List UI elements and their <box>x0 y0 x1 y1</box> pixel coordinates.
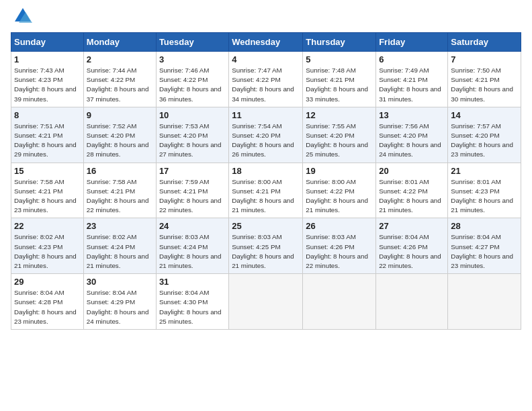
day-detail: Sunrise: 8:01 AMSunset: 4:22 PMDaylight:… <box>379 178 441 214</box>
day-detail: Sunrise: 7:48 AMSunset: 4:21 PMDaylight:… <box>306 66 368 103</box>
day-detail: Sunrise: 7:44 AMSunset: 4:22 PMDaylight:… <box>87 66 149 103</box>
col-header-tuesday: Tuesday <box>156 33 228 52</box>
calendar-week-4: 22 Sunrise: 8:02 AMSunset: 4:23 PMDaylig… <box>11 218 521 274</box>
calendar-cell: 10 Sunrise: 7:53 AMSunset: 4:20 PMDaylig… <box>156 107 228 163</box>
day-detail: Sunrise: 8:02 AMSunset: 4:24 PMDaylight:… <box>87 233 149 269</box>
calendar-table: SundayMondayTuesdayWednesdayThursdayFrid… <box>11 32 521 330</box>
day-detail: Sunrise: 8:00 AMSunset: 4:21 PMDaylight:… <box>232 178 294 214</box>
day-detail: Sunrise: 7:57 AMSunset: 4:20 PMDaylight:… <box>451 122 513 158</box>
col-header-thursday: Thursday <box>303 33 376 52</box>
day-number: 24 <box>159 221 226 231</box>
logo <box>11 9 32 28</box>
calendar-cell: 19 Sunrise: 8:00 AMSunset: 4:22 PMDaylig… <box>303 163 376 218</box>
calendar-cell: 11 Sunrise: 7:54 AMSunset: 4:20 PMDaylig… <box>229 107 303 163</box>
day-detail: Sunrise: 7:51 AMSunset: 4:21 PMDaylight:… <box>14 122 77 158</box>
day-number: 15 <box>14 166 81 176</box>
day-detail: Sunrise: 7:50 AMSunset: 4:21 PMDaylight:… <box>451 66 513 103</box>
day-number: 3 <box>159 54 226 64</box>
day-number: 23 <box>87 221 153 231</box>
col-header-monday: Monday <box>83 33 156 52</box>
day-number: 13 <box>379 110 445 120</box>
day-number: 4 <box>232 54 300 64</box>
calendar-cell: 2 Sunrise: 7:44 AMSunset: 4:22 PMDayligh… <box>83 52 156 107</box>
day-number: 28 <box>451 221 518 231</box>
calendar-cell: 7 Sunrise: 7:50 AMSunset: 4:21 PMDayligh… <box>448 52 521 107</box>
day-number: 19 <box>306 166 373 176</box>
calendar-cell: 8 Sunrise: 7:51 AMSunset: 4:21 PMDayligh… <box>11 107 84 163</box>
day-number: 8 <box>14 110 81 120</box>
day-detail: Sunrise: 8:01 AMSunset: 4:23 PMDaylight:… <box>451 178 513 214</box>
calendar-week-3: 15 Sunrise: 7:58 AMSunset: 4:21 PMDaylig… <box>11 163 521 218</box>
logo-icon <box>13 7 32 26</box>
calendar-cell: 4 Sunrise: 7:47 AMSunset: 4:22 PMDayligh… <box>229 52 303 107</box>
day-number: 2 <box>87 54 153 64</box>
calendar-cell: 31 Sunrise: 8:04 AMSunset: 4:30 PMDaylig… <box>156 274 228 330</box>
day-detail: Sunrise: 7:47 AMSunset: 4:22 PMDaylight:… <box>232 66 294 103</box>
day-number: 18 <box>232 166 300 176</box>
calendar-cell: 25 Sunrise: 8:03 AMSunset: 4:25 PMDaylig… <box>229 218 303 274</box>
calendar-cell: 21 Sunrise: 8:01 AMSunset: 4:23 PMDaylig… <box>448 163 521 218</box>
day-number: 7 <box>451 54 518 64</box>
calendar-cell: 13 Sunrise: 7:56 AMSunset: 4:20 PMDaylig… <box>376 107 448 163</box>
day-number: 10 <box>159 110 226 120</box>
calendar-cell <box>303 274 376 330</box>
day-detail: Sunrise: 8:00 AMSunset: 4:22 PMDaylight:… <box>306 178 368 214</box>
day-detail: Sunrise: 7:52 AMSunset: 4:20 PMDaylight:… <box>87 122 149 158</box>
calendar-cell: 22 Sunrise: 8:02 AMSunset: 4:23 PMDaylig… <box>11 218 84 274</box>
calendar-cell: 14 Sunrise: 7:57 AMSunset: 4:20 PMDaylig… <box>448 107 521 163</box>
day-detail: Sunrise: 7:54 AMSunset: 4:20 PMDaylight:… <box>232 122 294 158</box>
day-detail: Sunrise: 7:58 AMSunset: 4:21 PMDaylight:… <box>14 178 77 214</box>
calendar-cell: 26 Sunrise: 8:03 AMSunset: 4:26 PMDaylig… <box>303 218 376 274</box>
calendar-cell: 18 Sunrise: 8:00 AMSunset: 4:21 PMDaylig… <box>229 163 303 218</box>
col-header-friday: Friday <box>376 33 448 52</box>
calendar-cell: 27 Sunrise: 8:04 AMSunset: 4:26 PMDaylig… <box>376 218 448 274</box>
day-number: 26 <box>306 221 373 231</box>
calendar-cell: 20 Sunrise: 8:01 AMSunset: 4:22 PMDaylig… <box>376 163 448 218</box>
calendar-cell: 17 Sunrise: 7:59 AMSunset: 4:21 PMDaylig… <box>156 163 228 218</box>
calendar-cell: 9 Sunrise: 7:52 AMSunset: 4:20 PMDayligh… <box>83 107 156 163</box>
day-detail: Sunrise: 8:04 AMSunset: 4:29 PMDaylight:… <box>87 289 149 325</box>
col-header-sunday: Sunday <box>11 33 84 52</box>
day-detail: Sunrise: 8:03 AMSunset: 4:25 PMDaylight:… <box>232 233 294 269</box>
calendar-cell <box>229 274 303 330</box>
day-detail: Sunrise: 7:49 AMSunset: 4:21 PMDaylight:… <box>379 66 441 103</box>
calendar-cell <box>448 274 521 330</box>
day-number: 21 <box>451 166 518 176</box>
day-number: 25 <box>232 221 300 231</box>
calendar-cell: 16 Sunrise: 7:58 AMSunset: 4:21 PMDaylig… <box>83 163 156 218</box>
calendar-cell: 29 Sunrise: 8:04 AMSunset: 4:28 PMDaylig… <box>11 274 84 330</box>
col-header-saturday: Saturday <box>448 33 521 52</box>
calendar-cell: 12 Sunrise: 7:55 AMSunset: 4:20 PMDaylig… <box>303 107 376 163</box>
day-number: 11 <box>232 110 300 120</box>
day-number: 12 <box>306 110 373 120</box>
calendar-cell: 3 Sunrise: 7:46 AMSunset: 4:22 PMDayligh… <box>156 52 228 107</box>
col-header-wednesday: Wednesday <box>229 33 303 52</box>
calendar-week-5: 29 Sunrise: 8:04 AMSunset: 4:28 PMDaylig… <box>11 274 521 330</box>
calendar-cell: 1 Sunrise: 7:43 AMSunset: 4:23 PMDayligh… <box>11 52 84 107</box>
calendar-cell: 30 Sunrise: 8:04 AMSunset: 4:29 PMDaylig… <box>83 274 156 330</box>
calendar-cell: 28 Sunrise: 8:04 AMSunset: 4:27 PMDaylig… <box>448 218 521 274</box>
calendar-cell: 24 Sunrise: 8:03 AMSunset: 4:24 PMDaylig… <box>156 218 228 274</box>
day-detail: Sunrise: 8:03 AMSunset: 4:24 PMDaylight:… <box>159 233 222 269</box>
day-number: 5 <box>306 54 373 64</box>
day-detail: Sunrise: 7:56 AMSunset: 4:20 PMDaylight:… <box>379 122 441 158</box>
day-number: 16 <box>87 166 153 176</box>
day-detail: Sunrise: 7:53 AMSunset: 4:20 PMDaylight:… <box>159 122 222 158</box>
calendar-cell: 5 Sunrise: 7:48 AMSunset: 4:21 PMDayligh… <box>303 52 376 107</box>
calendar-week-2: 8 Sunrise: 7:51 AMSunset: 4:21 PMDayligh… <box>11 107 521 163</box>
day-number: 30 <box>87 277 153 287</box>
day-number: 9 <box>87 110 153 120</box>
day-detail: Sunrise: 7:55 AMSunset: 4:20 PMDaylight:… <box>306 122 368 158</box>
day-detail: Sunrise: 8:04 AMSunset: 4:27 PMDaylight:… <box>451 233 513 269</box>
calendar-week-1: 1 Sunrise: 7:43 AMSunset: 4:23 PMDayligh… <box>11 52 521 107</box>
day-number: 1 <box>14 54 81 64</box>
day-detail: Sunrise: 8:02 AMSunset: 4:23 PMDaylight:… <box>14 233 77 269</box>
day-number: 22 <box>14 221 81 231</box>
day-number: 20 <box>379 166 445 176</box>
day-number: 6 <box>379 54 445 64</box>
day-detail: Sunrise: 7:46 AMSunset: 4:22 PMDaylight:… <box>159 66 222 103</box>
day-number: 31 <box>159 277 226 287</box>
day-number: 27 <box>379 221 445 231</box>
day-detail: Sunrise: 8:03 AMSunset: 4:26 PMDaylight:… <box>306 233 368 269</box>
day-number: 14 <box>451 110 518 120</box>
